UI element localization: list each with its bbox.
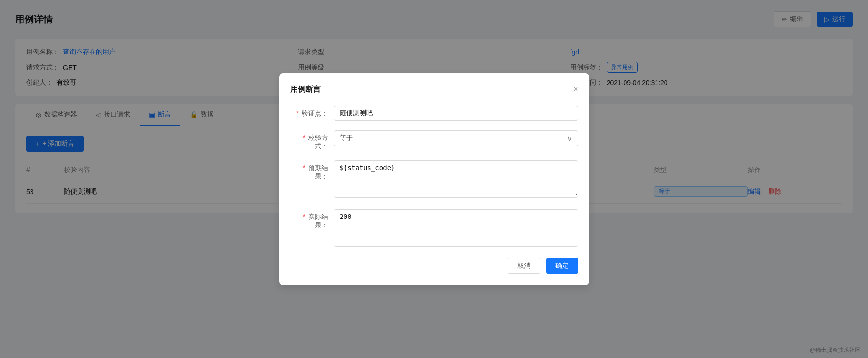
actual-result-label: * 实际结果： [290,209,328,230]
form-item-expected-result: * 预期结果： ${status_code} [290,160,578,200]
actual-result-control: 200 [334,209,578,249]
form-item-actual-result: * 实际结果： 200 [290,209,578,249]
verify-point-control [334,106,578,121]
verify-method-label: * 校验方式： [290,130,328,151]
assertion-modal: 用例断言 × * 验证点： * 校验方式： 等于 ∨ [279,73,589,285]
verify-method-select[interactable]: 等于 [334,130,578,146]
verify-method-control: 等于 ∨ [334,130,578,146]
verify-point-label: * 验证点： [290,106,328,118]
expected-result-control: ${status_code} [334,160,578,200]
cancel-button[interactable]: 取消 [508,258,540,274]
modal-footer: 取消 确定 [290,258,578,274]
actual-result-textarea[interactable]: 200 [334,209,578,247]
modal-close-button[interactable]: × [573,86,578,93]
form-item-verify-point: * 验证点： [290,106,578,121]
expected-result-textarea[interactable]: ${status_code} [334,160,578,198]
modal-header: 用例断言 × [290,85,578,94]
verify-point-input[interactable] [334,106,578,121]
expected-result-label: * 预期结果： [290,160,328,181]
modal-title: 用例断言 [290,85,321,94]
form-item-verify-method: * 校验方式： 等于 ∨ [290,130,578,151]
confirm-button[interactable]: 确定 [546,258,578,274]
modal-overlay: 用例断言 × * 验证点： * 校验方式： 等于 ∨ [0,0,868,358]
